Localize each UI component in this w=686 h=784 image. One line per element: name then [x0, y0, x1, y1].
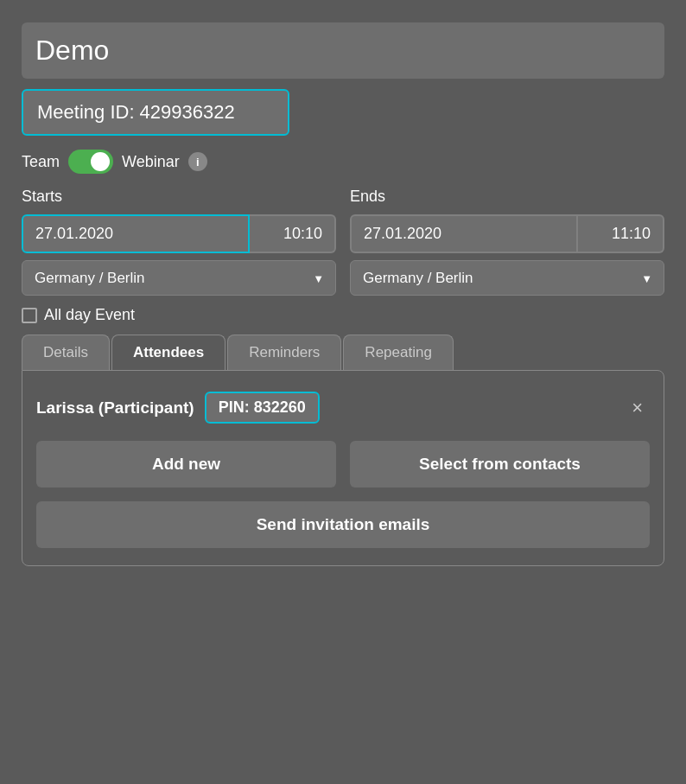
- attendee-info: Larissa (Participant) PIN: 832260: [36, 392, 320, 424]
- tabs-header: Details Attendees Reminders Repeating: [22, 335, 664, 370]
- team-toggle[interactable]: [68, 150, 113, 174]
- ends-time-input[interactable]: [578, 214, 664, 253]
- info-icon[interactable]: i: [188, 152, 207, 171]
- tabs-container: Details Attendees Reminders Repeating La…: [22, 335, 664, 566]
- ends-date-input[interactable]: [350, 214, 578, 253]
- tab-repeating[interactable]: Repeating: [343, 335, 454, 370]
- starts-label: Starts: [22, 188, 336, 206]
- tab-details[interactable]: Details: [22, 335, 110, 370]
- starts-date-input[interactable]: [22, 214, 250, 253]
- title-input[interactable]: [22, 22, 664, 79]
- meeting-id-box: Meeting ID: 429936322: [22, 89, 289, 136]
- starts-time-input[interactable]: [250, 214, 336, 253]
- allday-label: All day Event: [44, 306, 135, 324]
- toggle-row: Team Webinar i: [22, 146, 664, 177]
- starts-datetime-row: [22, 214, 336, 253]
- action-buttons-row: Add new Select from contacts: [36, 441, 650, 488]
- datetime-section: Starts Germany / Berlin Ends Germany / B…: [22, 188, 664, 296]
- ends-timezone-select[interactable]: Germany / Berlin: [350, 260, 664, 296]
- tab-attendees[interactable]: Attendees: [111, 335, 225, 370]
- meeting-id-text: Meeting ID: 429936322: [37, 101, 235, 123]
- ends-group: Ends Germany / Berlin: [350, 188, 664, 296]
- starts-timezone-wrapper: Germany / Berlin: [22, 260, 336, 296]
- starts-group: Starts Germany / Berlin: [22, 188, 336, 296]
- close-icon: ×: [632, 397, 643, 418]
- ends-datetime-row: [350, 214, 664, 253]
- allday-checkbox[interactable]: [22, 308, 37, 323]
- allday-row: All day Event: [22, 306, 664, 324]
- select-contacts-button[interactable]: Select from contacts: [350, 441, 650, 488]
- app-container: Meeting ID: 429936322 Team Webinar i Sta…: [8, 9, 678, 784]
- ends-timezone-wrapper: Germany / Berlin: [350, 260, 664, 296]
- webinar-label: Webinar: [122, 153, 180, 171]
- send-invitation-button[interactable]: Send invitation emails: [36, 501, 650, 548]
- pin-badge: PIN: 832260: [205, 392, 320, 424]
- attendee-row: Larissa (Participant) PIN: 832260 ×: [36, 388, 650, 427]
- tab-reminders[interactable]: Reminders: [227, 335, 341, 370]
- remove-attendee-button[interactable]: ×: [625, 393, 650, 423]
- starts-timezone-select[interactable]: Germany / Berlin: [22, 260, 336, 296]
- add-new-button[interactable]: Add new: [36, 441, 336, 488]
- attendees-tab-content: Larissa (Participant) PIN: 832260 × Add …: [22, 370, 664, 566]
- attendee-name: Larissa (Participant): [36, 398, 194, 417]
- team-label: Team: [22, 153, 60, 171]
- pin-text: PIN: 832260: [219, 398, 306, 416]
- ends-label: Ends: [350, 188, 664, 206]
